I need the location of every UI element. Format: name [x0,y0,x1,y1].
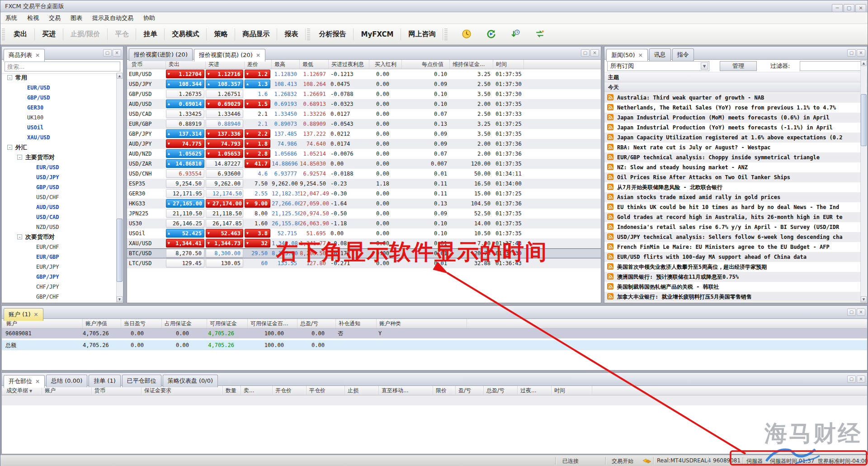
restore-icon[interactable]: ▢ [847,376,856,383]
quote-row[interactable]: GBP/JPY▲137.314▼137.336▼2.2137.485137.22… [127,129,601,139]
tree-item[interactable]: UK100 [2,113,116,123]
quotes-column-header-8[interactable]: 每点价值 [402,60,450,69]
tree-item[interactable]: XAU/USD [2,133,116,143]
news-item[interactable]: 美国制裁韩国热轧钢产品的关税 - 韩联社 [604,282,860,292]
accounts-column-header-5[interactable]: 可用保证金百... [248,319,297,328]
tab-news-2[interactable]: 指令 [672,48,694,61]
quotes-column-header-10[interactable]: 时间 [493,60,524,69]
quote-row[interactable]: EUR/USD▼1.12704▼1.12716▼1.21.128301.1269… [127,69,601,79]
quote-row[interactable]: USD/CNH6.935546.936004.66.937776.92574-0… [127,169,601,179]
news-item[interactable]: Indonesia's retail sales rise 6.7% y/y i… [604,222,860,232]
tree-item[interactable]: NZD/USD [2,222,116,232]
account-row[interactable]: 960890814,705.260.000.004,705.26100.000.… [2,328,867,338]
toolbar-button-9[interactable]: 分析报告 [311,28,353,41]
scroll-up-icon[interactable]: ▲ [117,73,123,79]
tree-item[interactable]: -次要货币对 [2,232,116,242]
positions-column-header-5[interactable]: 卖... [241,386,273,395]
news-scrollbar[interactable]: ▲ ▼ [860,60,867,302]
collapse-icon[interactable]: - [7,75,12,80]
toolbar-button-1[interactable]: 买进 [35,28,63,41]
news-item[interactable]: Netherlands, The Retail Sales (YoY) rose… [604,103,860,113]
quote-row[interactable]: USOil▲52.425▼52.463▼3.852.71551.6950.000… [127,228,601,238]
tab-symbols-list[interactable]: 商品列表× [4,49,45,62]
collapse-icon[interactable]: - [7,145,12,150]
news-item[interactable]: RBA: Next rate cut is July or August? - … [604,143,860,152]
restore-icon[interactable]: ▢ [847,49,856,57]
news-item[interactable]: 从7月开始美联储降息风险 - 北欧联合银行 [604,182,860,192]
positions-column-header-11[interactable]: 盈/亏 [456,386,484,395]
tree-item[interactable]: USD/CHF [2,192,116,202]
maximize-icon[interactable]: ▢ [844,4,854,12]
news-item[interactable]: 澳洲国民银行: 预计澳联储在11月或降息至0.75% [604,272,860,282]
quote-row[interactable]: GBP/USD1.267351.267511.61.268321.26691-0… [127,89,601,99]
close-icon[interactable]: × [35,52,40,58]
accounts-column-header-7[interactable]: 补仓通知 [336,319,377,328]
positions-column-header-10[interactable]: 限价 [433,386,456,395]
news-item[interactable]: EUR/USD flirts with 100-day MA support a… [604,252,860,262]
positions-column-header-12[interactable]: 总盈/亏 [484,386,518,395]
positions-column-header-2[interactable]: 货币 [92,386,142,395]
subscription-select[interactable]: 所有订阅▼ [607,61,709,71]
quote-row[interactable]: HKG33▲27,165.00▼27,174.00▼9.0027,266.002… [127,199,601,209]
scroll-down-icon[interactable]: ▼ [117,296,123,302]
scroll-up-icon[interactable]: ▲ [861,60,867,66]
scroll-down-icon[interactable]: ▼ [861,296,867,302]
news-item[interactable]: Asian stocks trade mixed amid rally in g… [604,192,860,202]
accounts-column-header-8[interactable]: 账户种类 [377,319,467,328]
news-item[interactable]: 美国首次申领失业救济人数攀升至5周高位，超出经济学家预期 [604,262,860,272]
tab-positions-4[interactable]: 策略仪表盘 (0/0) [163,375,218,387]
auto-sync-icon[interactable] [535,29,547,40]
quote-row[interactable]: AUD/USD▲0.69014▼0.69029▼1.50.691930.6891… [127,99,601,109]
accounts-column-header-3[interactable]: 占用保证金 [162,319,207,328]
news-item[interactable]: Gold trades at record high in Australia,… [604,212,860,222]
tab-positions-2[interactable]: 挂单 (1) [89,375,121,387]
manage-button[interactable]: 管理 [720,61,757,71]
history-clock-icon[interactable] [462,29,473,40]
scrollbar-thumb[interactable] [861,94,867,146]
news-item[interactable]: 加拿大丰业银行: 就业增长疲弱料打压5月美国零售销售 [604,292,860,302]
quotes-column-header-4[interactable]: 最高 [272,60,300,69]
restore-icon[interactable]: ▢ [581,49,590,57]
tab-news-1[interactable]: 讯息 [649,48,671,61]
tab-accounts-0[interactable]: 账户 (1)× [4,308,43,321]
quotes-column-header-0[interactable]: 货币 [129,60,166,69]
close-icon[interactable]: × [857,309,865,316]
download-history-icon[interactable] [510,29,522,40]
news-item[interactable]: Japan Capacity Utilization registered at… [604,133,860,143]
positions-column-header-6[interactable]: 开仓价 [273,386,307,395]
close-icon[interactable]: × [857,376,865,383]
collapse-icon[interactable]: - [17,234,22,239]
news-item[interactable]: French FinMin Le Maire: EU Ministers agr… [604,242,860,252]
close-icon[interactable]: × [256,52,260,58]
tree-item[interactable]: USD/CAD [2,212,116,222]
close-icon[interactable]: × [113,49,121,57]
menu-item-1[interactable]: 检视 [22,12,44,24]
quote-row[interactable]: EUR/GBP0.889190.889402.10.890730.88909-0… [127,119,601,129]
accounts-column-header-6[interactable]: 总盈/亏 [297,319,336,328]
tree-item[interactable]: EUR/USD [2,162,116,172]
tab-positions-1[interactable]: 总结 (0.00) [46,375,87,387]
tab-positions-0[interactable]: 开仓部位× [4,375,45,388]
toolbar-button-10[interactable]: MyFXCM [354,28,401,41]
news-item[interactable]: Oil Prices Rise After Attacks on Two Oil… [604,172,860,182]
close-icon[interactable]: × [35,378,40,385]
quote-row[interactable]: AUD/JPY▼74.775▼74.793▼1.874.98674.6400.0… [127,139,601,149]
positions-column-header-9[interactable]: 直至移动... [379,386,433,395]
close-icon[interactable]: × [638,52,643,58]
quote-row[interactable]: USD/ZAR▲14.8681014.87227▼41.714.8869614.… [127,159,601,169]
toolbar-button-0[interactable]: 卖出 [6,28,34,41]
tree-item[interactable]: -外汇 [2,143,116,152]
positions-column-header-7[interactable]: 平仓价 [307,386,345,395]
news-item[interactable]: EU thinks UK could be hit 10 times as ha… [604,202,860,212]
close-icon[interactable]: × [857,49,865,57]
tree-item[interactable]: -主要货币对 [2,152,116,162]
toolbar-button-7[interactable]: 商品显示 [235,28,277,41]
tree-item[interactable]: GBP/JPY [2,272,116,282]
tree-item[interactable]: EUR/CHF [2,242,116,252]
toolbar-button-4[interactable]: 挂单 [136,28,164,41]
news-item[interactable]: NZ: Slow and steady housing market - ANZ [604,162,860,172]
tree-item[interactable]: EUR/GBP [2,252,116,262]
menu-item-3[interactable]: 图表 [66,12,87,24]
accounts-column-header-2[interactable]: 当日盈亏 [121,319,162,328]
toolbar-button-8[interactable]: 报表 [277,28,305,41]
